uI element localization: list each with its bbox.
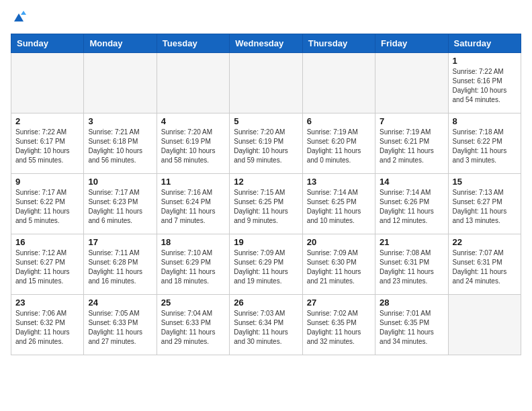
- calendar-cell: 7Sunrise: 7:19 AM Sunset: 6:21 PM Daylig…: [375, 113, 448, 174]
- day-info: Sunrise: 7:01 AM Sunset: 6:35 PM Dayligh…: [380, 309, 443, 347]
- calendar-cell: [302, 53, 375, 113]
- calendar-cell: 3Sunrise: 7:21 AM Sunset: 6:18 PM Daylig…: [84, 113, 157, 174]
- calendar-cell: 14Sunrise: 7:14 AM Sunset: 6:26 PM Dayli…: [375, 174, 448, 234]
- day-number: 9: [15, 177, 79, 187]
- calendar-cell: 21Sunrise: 7:08 AM Sunset: 6:31 PM Dayli…: [375, 234, 448, 295]
- week-row-5: 23Sunrise: 7:06 AM Sunset: 6:32 PM Dayli…: [11, 295, 521, 355]
- calendar-cell: 28Sunrise: 7:01 AM Sunset: 6:35 PM Dayli…: [375, 295, 448, 355]
- day-number: 24: [88, 298, 152, 308]
- calendar-cell: 8Sunrise: 7:18 AM Sunset: 6:22 PM Daylig…: [448, 113, 521, 174]
- calendar-cell: 2Sunrise: 7:22 AM Sunset: 6:17 PM Daylig…: [11, 113, 84, 174]
- day-number: 17: [88, 237, 152, 247]
- calendar-cell: 9Sunrise: 7:17 AM Sunset: 6:22 PM Daylig…: [11, 174, 84, 234]
- day-number: 25: [161, 298, 225, 308]
- calendar-cell: 18Sunrise: 7:10 AM Sunset: 6:29 PM Dayli…: [157, 234, 229, 295]
- day-info: Sunrise: 7:04 AM Sunset: 6:33 PM Dayligh…: [161, 309, 225, 347]
- day-info: Sunrise: 7:09 AM Sunset: 6:30 PM Dayligh…: [307, 248, 371, 286]
- day-info: Sunrise: 7:14 AM Sunset: 6:26 PM Dayligh…: [380, 188, 443, 226]
- day-info: Sunrise: 7:09 AM Sunset: 6:29 PM Dayligh…: [234, 248, 298, 286]
- day-number: 14: [380, 177, 443, 187]
- day-number: 19: [234, 237, 298, 247]
- calendar-cell: 27Sunrise: 7:02 AM Sunset: 6:35 PM Dayli…: [302, 295, 375, 355]
- calendar-cell: 23Sunrise: 7:06 AM Sunset: 6:32 PM Dayli…: [11, 295, 84, 355]
- day-header-sunday: Sunday: [11, 34, 84, 53]
- week-row-4: 16Sunrise: 7:12 AM Sunset: 6:27 PM Dayli…: [11, 234, 521, 295]
- day-number: 8: [453, 116, 517, 126]
- day-number: 18: [161, 237, 225, 247]
- day-number: 10: [88, 177, 152, 187]
- day-number: 5: [234, 116, 298, 126]
- day-header-friday: Friday: [375, 34, 448, 53]
- calendar-cell: 25Sunrise: 7:04 AM Sunset: 6:33 PM Dayli…: [157, 295, 229, 355]
- calendar-cell: 12Sunrise: 7:15 AM Sunset: 6:25 PM Dayli…: [230, 174, 302, 234]
- week-row-3: 9Sunrise: 7:17 AM Sunset: 6:22 PM Daylig…: [11, 174, 521, 234]
- day-header-saturday: Saturday: [448, 34, 521, 53]
- day-number: 21: [380, 237, 443, 247]
- calendar-cell: [11, 53, 84, 113]
- day-number: 27: [307, 298, 371, 308]
- day-info: Sunrise: 7:14 AM Sunset: 6:25 PM Dayligh…: [307, 188, 371, 226]
- day-number: 15: [453, 177, 517, 187]
- day-info: Sunrise: 7:10 AM Sunset: 6:29 PM Dayligh…: [161, 248, 225, 286]
- calendar-cell: 5Sunrise: 7:20 AM Sunset: 6:19 PM Daylig…: [230, 113, 302, 174]
- day-info: Sunrise: 7:11 AM Sunset: 6:28 PM Dayligh…: [88, 248, 152, 286]
- calendar-cell: 24Sunrise: 7:05 AM Sunset: 6:33 PM Dayli…: [84, 295, 157, 355]
- day-number: 1: [453, 56, 517, 66]
- day-info: Sunrise: 7:05 AM Sunset: 6:33 PM Dayligh…: [88, 309, 152, 347]
- week-row-2: 2Sunrise: 7:22 AM Sunset: 6:17 PM Daylig…: [11, 113, 521, 174]
- calendar-cell: [157, 53, 229, 113]
- calendar-cell: 19Sunrise: 7:09 AM Sunset: 6:29 PM Dayli…: [230, 234, 302, 295]
- day-info: Sunrise: 7:12 AM Sunset: 6:27 PM Dayligh…: [15, 248, 79, 286]
- day-number: 16: [15, 237, 79, 247]
- calendar-cell: 10Sunrise: 7:17 AM Sunset: 6:23 PM Dayli…: [84, 174, 157, 234]
- calendar-cell: 20Sunrise: 7:09 AM Sunset: 6:30 PM Dayli…: [302, 234, 375, 295]
- day-info: Sunrise: 7:19 AM Sunset: 6:21 PM Dayligh…: [380, 128, 443, 165]
- day-info: Sunrise: 7:06 AM Sunset: 6:32 PM Dayligh…: [15, 309, 79, 347]
- day-number: 4: [161, 116, 225, 126]
- day-info: Sunrise: 7:21 AM Sunset: 6:18 PM Dayligh…: [88, 128, 152, 165]
- day-info: Sunrise: 7:16 AM Sunset: 6:24 PM Dayligh…: [161, 188, 225, 226]
- day-number: 12: [234, 177, 298, 187]
- day-info: Sunrise: 7:20 AM Sunset: 6:19 PM Dayligh…: [234, 128, 298, 165]
- day-number: 3: [88, 116, 152, 126]
- day-info: Sunrise: 7:08 AM Sunset: 6:31 PM Dayligh…: [380, 248, 443, 286]
- calendar-cell: 22Sunrise: 7:07 AM Sunset: 6:31 PM Dayli…: [448, 234, 521, 295]
- calendar-header-row: SundayMondayTuesdayWednesdayThursdayFrid…: [11, 34, 521, 53]
- calendar-cell: 13Sunrise: 7:14 AM Sunset: 6:25 PM Dayli…: [302, 174, 375, 234]
- svg-marker-1: [21, 11, 26, 15]
- logo-icon: [11, 9, 26, 24]
- calendar-cell: [448, 295, 521, 355]
- calendar-cell: 26Sunrise: 7:03 AM Sunset: 6:34 PM Dayli…: [230, 295, 302, 355]
- day-info: Sunrise: 7:17 AM Sunset: 6:23 PM Dayligh…: [88, 188, 152, 226]
- day-info: Sunrise: 7:18 AM Sunset: 6:22 PM Dayligh…: [453, 128, 517, 165]
- calendar-cell: 15Sunrise: 7:13 AM Sunset: 6:27 PM Dayli…: [448, 174, 521, 234]
- week-row-1: 1Sunrise: 7:22 AM Sunset: 6:16 PM Daylig…: [11, 53, 521, 113]
- page-header: [11, 11, 521, 27]
- calendar-cell: 16Sunrise: 7:12 AM Sunset: 6:27 PM Dayli…: [11, 234, 84, 295]
- day-number: 26: [234, 298, 298, 308]
- day-header-monday: Monday: [84, 34, 157, 53]
- day-number: 22: [453, 237, 517, 247]
- day-number: 23: [15, 298, 79, 308]
- calendar-cell: [84, 53, 157, 113]
- day-info: Sunrise: 7:20 AM Sunset: 6:19 PM Dayligh…: [161, 128, 225, 165]
- day-number: 7: [380, 116, 443, 126]
- calendar-cell: 1Sunrise: 7:22 AM Sunset: 6:16 PM Daylig…: [448, 53, 521, 113]
- day-header-thursday: Thursday: [302, 34, 375, 53]
- day-header-wednesday: Wednesday: [230, 34, 302, 53]
- day-number: 11: [161, 177, 225, 187]
- day-number: 2: [15, 116, 79, 126]
- day-info: Sunrise: 7:07 AM Sunset: 6:31 PM Dayligh…: [453, 248, 517, 286]
- day-info: Sunrise: 7:02 AM Sunset: 6:35 PM Dayligh…: [307, 309, 371, 347]
- day-info: Sunrise: 7:22 AM Sunset: 6:17 PM Dayligh…: [15, 128, 79, 165]
- day-number: 20: [307, 237, 371, 247]
- calendar-cell: [230, 53, 302, 113]
- day-number: 13: [307, 177, 371, 187]
- calendar-cell: [375, 53, 448, 113]
- calendar-cell: 6Sunrise: 7:19 AM Sunset: 6:20 PM Daylig…: [302, 113, 375, 174]
- day-info: Sunrise: 7:22 AM Sunset: 6:16 PM Dayligh…: [453, 67, 517, 105]
- calendar-table: SundayMondayTuesdayWednesdayThursdayFrid…: [11, 34, 521, 355]
- day-info: Sunrise: 7:15 AM Sunset: 6:25 PM Dayligh…: [234, 188, 298, 226]
- calendar-cell: 4Sunrise: 7:20 AM Sunset: 6:19 PM Daylig…: [157, 113, 229, 174]
- calendar-cell: 17Sunrise: 7:11 AM Sunset: 6:28 PM Dayli…: [84, 234, 157, 295]
